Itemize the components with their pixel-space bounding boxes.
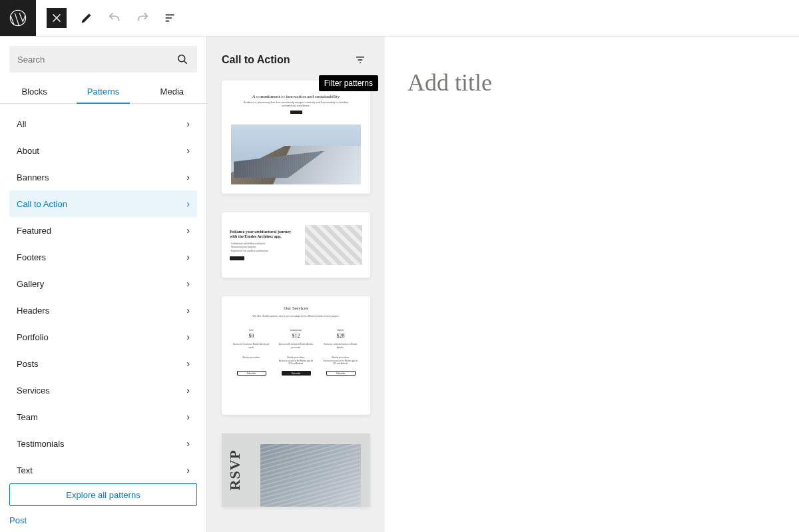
plan-button: Subscribe: [326, 371, 356, 376]
category-item-gallery[interactable]: Gallery›: [9, 270, 197, 297]
category-label: Headers: [17, 306, 49, 316]
category-item-testimonials[interactable]: Testimonials›: [9, 430, 197, 457]
chevron-right-icon: ›: [186, 465, 190, 474]
pattern-category-heading: Call to Action: [222, 54, 290, 66]
category-item-featured[interactable]: Featured›: [9, 217, 197, 244]
editor-canvas[interactable]: Add title: [385, 37, 799, 532]
search-input[interactable]: [17, 55, 176, 65]
pricing-column: Free$0Access to 5 exclusive Études Artic…: [232, 328, 270, 376]
tools-button[interactable]: [73, 5, 100, 31]
plan-name: Connoisseur: [278, 329, 314, 332]
category-item-services[interactable]: Services›: [9, 377, 197, 403]
pattern-card-button: [230, 256, 244, 260]
category-label: Gallery: [17, 279, 44, 289]
pattern-card-pricing[interactable]: Our Services We offer flexible options, …: [222, 296, 370, 415]
category-label: Text: [17, 465, 33, 475]
close-icon: [49, 11, 64, 25]
editor-layout: Blocks Patterns Media All›About›Banners›…: [0, 37, 799, 532]
tab-media[interactable]: Media: [138, 79, 206, 103]
category-item-headers[interactable]: Headers›: [9, 297, 197, 324]
pattern-card-hero[interactable]: A commitment to innovation and sustainab…: [222, 81, 370, 194]
plan-price: $12: [278, 333, 314, 339]
search-input-wrap[interactable]: [9, 46, 197, 73]
plan-button: Subscribe: [237, 371, 266, 376]
category-item-footers[interactable]: Footers›: [9, 244, 197, 270]
category-item-banners[interactable]: Banners›: [9, 164, 197, 190]
category-item-all[interactable]: All›: [9, 111, 197, 137]
category-label: Footers: [17, 252, 46, 262]
category-item-portfolio[interactable]: Portfolio›: [9, 324, 197, 350]
undo-icon: [107, 11, 122, 25]
pattern-card-title: Enhance your architectural journey with …: [230, 230, 297, 240]
chevron-right-icon: ›: [186, 145, 190, 156]
plan-desc: Access to 5 exclusive Études Articles pe…: [233, 343, 270, 352]
pricing-column: Connoisseur$12Access to 20 exclusive Étu…: [277, 328, 315, 376]
pencil-icon: [79, 11, 94, 25]
pattern-card-sub: We offer flexible options, which you can…: [232, 315, 360, 318]
plan-desc: Access to 20 exclusive Études Articles p…: [278, 343, 314, 352]
rsvp-label: RSVP: [226, 449, 244, 490]
pattern-card-bullet: · Experience the world of architecture.: [230, 250, 297, 254]
category-label: Team: [17, 412, 38, 422]
undo-button: [101, 5, 128, 31]
category-label: Call to Action: [17, 199, 67, 209]
pattern-card-button: [290, 111, 302, 114]
category-item-about[interactable]: About›: [9, 137, 197, 164]
editor-top-toolbar: [0, 0, 799, 37]
pattern-card-image: [260, 444, 361, 507]
category-label: Portfolio: [17, 332, 49, 342]
category-label: Testimonials: [17, 439, 65, 449]
category-item-call-to-action[interactable]: Call to Action›: [9, 190, 197, 217]
plan-price: $28: [322, 333, 359, 339]
pattern-card-sub: Études is a pioneering firm that seamles…: [242, 101, 350, 108]
close-inserter-button[interactable]: [47, 8, 67, 28]
pricing-column: Expert$28Exclusive, unlimited access to …: [322, 328, 360, 376]
chevron-right-icon: ›: [186, 358, 190, 369]
wordpress-icon: [9, 9, 27, 27]
category-item-team[interactable]: Team›: [9, 403, 197, 430]
plan-name: Free: [233, 329, 270, 332]
pattern-card-image: [305, 225, 362, 265]
chevron-right-icon: ›: [186, 305, 190, 316]
explore-all-patterns-button[interactable]: Explore all patterns: [9, 483, 197, 506]
category-label: About: [17, 146, 39, 156]
chevron-right-icon: ›: [186, 438, 190, 449]
filter-icon: [354, 53, 367, 67]
footer-post-link[interactable]: Post: [0, 515, 206, 532]
plan-price: $0: [233, 333, 270, 339]
svg-point-1: [178, 55, 185, 62]
tab-patterns[interactable]: Patterns: [69, 79, 137, 103]
chevron-right-icon: ›: [186, 278, 190, 289]
document-overview-button[interactable]: [157, 5, 184, 31]
plan-desc: Weekly print edition.: [233, 356, 270, 366]
chevron-right-icon: ›: [186, 198, 190, 209]
list-view-icon: [163, 11, 178, 25]
redo-icon: [135, 11, 150, 25]
pattern-card-title: A commitment to innovation and sustainab…: [252, 94, 340, 99]
chevron-right-icon: ›: [186, 411, 190, 422]
plan-desc: Exclusive, unlimited access to Études Ar…: [322, 343, 359, 352]
wordpress-logo[interactable]: [0, 0, 36, 36]
chevron-right-icon: ›: [186, 385, 190, 396]
category-label: Banners: [17, 172, 49, 182]
category-label: Posts: [17, 359, 39, 369]
filter-patterns-button[interactable]: [350, 50, 370, 70]
pattern-previews-column: Call to Action Filter patterns A commitm…: [207, 37, 385, 532]
block-inserter-panel: Blocks Patterns Media All›About›Banners›…: [0, 37, 207, 532]
redo-button: [129, 5, 156, 31]
category-label: Featured: [17, 226, 51, 236]
category-label: Services: [17, 386, 50, 396]
chevron-right-icon: ›: [186, 119, 190, 129]
tab-blocks[interactable]: Blocks: [0, 79, 69, 103]
plan-desc: Weekly print edition.Exclusive access to…: [322, 356, 359, 366]
pattern-card-rsvp[interactable]: RSVP: [222, 433, 370, 507]
pattern-card-app[interactable]: Enhance your architectural journey with …: [222, 212, 370, 278]
chevron-right-icon: ›: [186, 252, 190, 262]
category-item-posts[interactable]: Posts›: [9, 350, 197, 377]
chevron-right-icon: ›: [186, 332, 190, 342]
category-item-text[interactable]: Text›: [9, 457, 197, 474]
plan-desc: Weekly print edition.Exclusive access to…: [278, 356, 314, 366]
inserter-tabs: Blocks Patterns Media: [0, 79, 206, 104]
post-title-placeholder[interactable]: Add title: [407, 69, 776, 97]
plan-button: Subscribe: [282, 371, 311, 376]
